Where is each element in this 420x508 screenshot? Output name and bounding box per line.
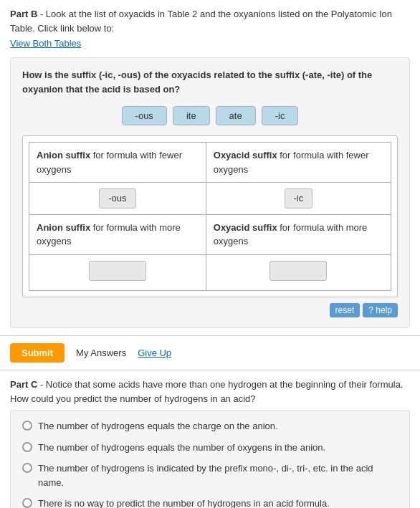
part-b-question-box: How is the suffix (-ic, -ous) of the oxy… (10, 57, 410, 328)
radio-label-3: There is no way to predict the number of… (38, 497, 330, 508)
give-up-link-b[interactable]: Give Up (138, 348, 171, 358)
part-b-header: Part B - Look at the list of oxyacids in… (10, 7, 410, 35)
radio-option-3: There is no way to predict the number of… (22, 497, 398, 508)
reset-button[interactable]: reset (330, 303, 361, 317)
part-c-question-box: The number of hydrogens equals the charg… (10, 410, 410, 508)
table-row-2-header: Anion suffix for formula with more oxyge… (29, 214, 391, 254)
part-c-description: - Notice that some acids have more than … (10, 379, 403, 404)
submit-button-b[interactable]: Submit (10, 343, 65, 363)
oxyacid-more-dropzone[interactable] (269, 261, 327, 281)
part-b-section: Part B - Look at the list of oxyacids in… (0, 0, 420, 336)
anion-fewer-cell: Anion suffix for formula with fewer oxyg… (29, 143, 206, 183)
view-both-tables-link[interactable]: View Both Tables (10, 38, 81, 49)
anion-fewer-answer[interactable]: -ous (99, 188, 135, 209)
anion-more-label: Anion suffix (37, 222, 90, 233)
anion-fewer-answer-cell: -ous (29, 183, 206, 215)
token-ite[interactable]: ite (173, 106, 210, 125)
radio-option-0: The number of hydrogens equals the charg… (22, 419, 398, 433)
radio-input-1[interactable] (22, 442, 32, 452)
radio-label-0: The number of hydrogens equals the charg… (38, 419, 278, 433)
radio-option-2: The number of hydrogens is indicated by … (22, 461, 398, 489)
token-ous[interactable]: -ous (122, 106, 167, 125)
radio-label-2: The number of hydrogens is indicated by … (38, 461, 398, 489)
token-ate[interactable]: ate (216, 106, 256, 125)
part-c-label: Part C (10, 379, 37, 390)
radio-label-1: The number of hydrogens equals the numbe… (38, 441, 325, 455)
oxyacid-fewer-answer-cell: -ic (206, 183, 391, 215)
part-c-header: Part C - Notice that some acids have mor… (10, 378, 410, 406)
part-b-label: Part B (10, 9, 37, 19)
anion-more-dropzone[interactable] (89, 261, 146, 281)
my-answers-b: My Answers (76, 348, 126, 358)
table-row-1-header: Anion suffix for formula with fewer oxyg… (29, 143, 391, 183)
radio-input-2[interactable] (22, 463, 32, 473)
part-b-question-text: How is the suffix (-ic, -ous) of the oxy… (22, 68, 398, 96)
radio-input-0[interactable] (22, 421, 32, 431)
suffix-table-container: Anion suffix for formula with fewer oxyg… (22, 135, 398, 297)
oxyacid-fewer-answer[interactable]: -ic (285, 188, 313, 209)
submit-bar-b: Submit My Answers Give Up (0, 336, 420, 370)
oxyacid-more-label: Oxyacid suffix (214, 222, 277, 233)
oxyacid-more-cell: Oxyacid suffix for formula with more oxy… (206, 214, 391, 254)
anion-more-cell: Anion suffix for formula with more oxyge… (29, 214, 206, 254)
oxyacid-fewer-label: Oxyacid suffix (214, 150, 277, 160)
radio-option-1: The number of hydrogens equals the numbe… (22, 441, 398, 455)
token-ic[interactable]: -ic (262, 106, 299, 125)
help-button[interactable]: ? help (363, 303, 398, 317)
anion-more-answer-cell (29, 254, 206, 291)
table-row-1-answer: -ous -ic (29, 183, 391, 215)
part-b-description: - Look at the list of oxyacids in Table … (10, 9, 392, 34)
oxyacid-more-answer-cell (206, 254, 391, 291)
part-c-section: Part C - Notice that some acids have mor… (0, 370, 420, 508)
reset-help-bar: reset ? help (22, 303, 398, 317)
radio-input-3[interactable] (22, 498, 32, 508)
table-row-2-answer (29, 254, 391, 291)
suffix-table: Anion suffix for formula with fewer oxyg… (29, 142, 391, 291)
drag-tokens-container: -ous ite ate -ic (22, 106, 398, 125)
anion-fewer-label: Anion suffix (37, 150, 90, 160)
oxyacid-fewer-cell: Oxyacid suffix for formula with fewer ox… (206, 143, 391, 183)
